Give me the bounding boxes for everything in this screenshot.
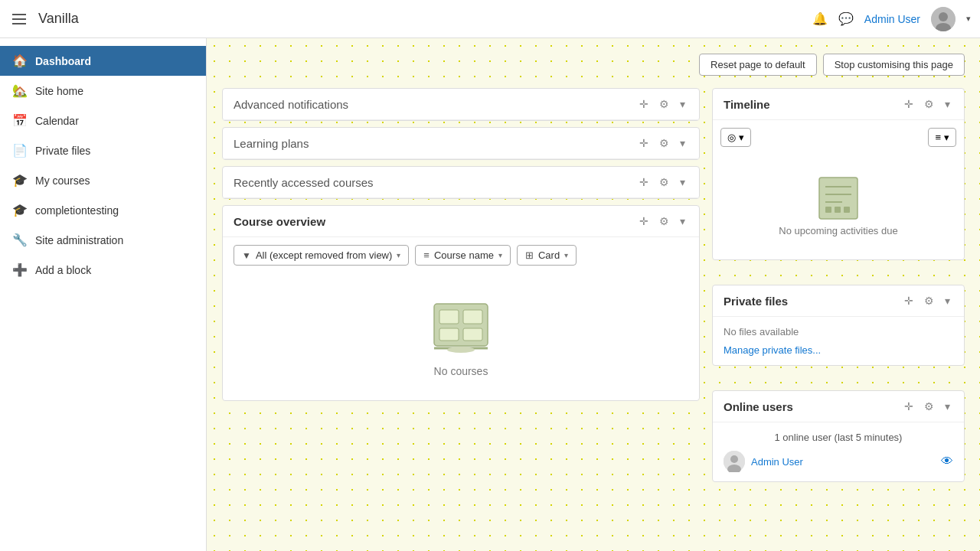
page-wrapper: 🏠 Dashboard 🏡 Site home 📅 Calendar 📄 Pri… <box>0 38 980 551</box>
sidebar-item-private-files[interactable]: 📄 Private files <box>0 135 206 165</box>
my-courses-icon: 🎓 <box>12 173 28 187</box>
online-users-chevron[interactable]: ▾ <box>942 399 953 414</box>
course-overview-gear[interactable]: ⚙ <box>656 214 672 229</box>
online-user-avatar <box>724 451 745 472</box>
advanced-notifications-chevron[interactable]: ▾ <box>677 96 688 112</box>
recently-accessed-title: Recently accessed courses <box>234 176 636 189</box>
sort-dropdown[interactable]: ≡ Course name ▾ <box>415 245 511 266</box>
sort-label: Course name <box>434 249 494 261</box>
add-block-icon: ➕ <box>12 262 28 277</box>
timeline-move[interactable]: ✛ <box>901 96 916 112</box>
timeline-header: Timeline ✛ ⚙ ▾ <box>713 89 964 120</box>
timeline-toolbar: ◎ ▾ ≡ ▾ <box>720 128 956 147</box>
online-users-actions: ✛ ⚙ ▾ <box>901 399 953 414</box>
stop-customising-button[interactable]: Stop customising this page <box>823 54 965 76</box>
sidebar-item-dashboard[interactable]: 🏠 Dashboard <box>0 46 206 76</box>
course-overview-actions: ✛ ⚙ ▾ <box>636 214 688 229</box>
sidebar-item-calendar[interactable]: 📅 Calendar <box>0 106 206 135</box>
sidebar-label-calendar: Calendar <box>35 115 79 127</box>
timeline-gear[interactable]: ⚙ <box>921 96 937 112</box>
sidebar-item-site-home[interactable]: 🏡 Site home <box>0 76 206 106</box>
sidebar-item-my-courses[interactable]: 🎓 My courses <box>0 165 206 195</box>
content-columns: Advanced notifications ✛ ⚙ ▾ Learning pl… <box>222 88 965 494</box>
svg-point-9 <box>447 347 475 353</box>
private-files-header: Private files ✛ ⚙ ▾ <box>713 285 964 317</box>
sidebar-label-my-courses: My courses <box>35 174 90 187</box>
user-menu-caret[interactable]: ▾ <box>966 14 971 24</box>
sidebar-item-completiontesting[interactable]: 🎓 completiontesting <box>0 195 206 225</box>
advanced-notifications-block: Advanced notifications ✛ ⚙ ▾ <box>222 88 700 121</box>
private-files-icon: 📄 <box>12 143 28 158</box>
learning-plans-chevron[interactable]: ▾ <box>677 135 688 151</box>
private-files-chevron[interactable]: ▾ <box>942 293 953 308</box>
sidebar-item-add-block[interactable]: ➕ Add a block <box>0 255 206 285</box>
timeline-sort-icon: ≡ <box>935 132 941 143</box>
course-overview-title: Course overview <box>234 215 636 228</box>
view-caret: ▾ <box>564 251 568 259</box>
online-users-gear[interactable]: ⚙ <box>921 399 937 414</box>
timeline-block: Timeline ✛ ⚙ ▾ ◎ ▾ <box>712 88 965 260</box>
recently-accessed-gear[interactable]: ⚙ <box>656 174 672 190</box>
filter-caret: ▾ <box>397 251 400 259</box>
hamburger-menu[interactable] <box>9 11 29 28</box>
private-files-move[interactable]: ✛ <box>901 293 916 308</box>
no-files-text: No files available <box>724 326 953 337</box>
calendar-icon: 📅 <box>12 113 28 128</box>
timeline-title: Timeline <box>724 98 901 111</box>
user-name[interactable]: Admin User <box>864 13 920 25</box>
courses-illustration <box>430 296 492 357</box>
completiontesting-icon: 🎓 <box>12 203 28 217</box>
sidebar-item-site-administration[interactable]: 🔧 Site administration <box>0 225 206 255</box>
bell-icon[interactable]: 🔔 <box>812 11 828 26</box>
sidebar-label-dashboard: Dashboard <box>35 55 91 67</box>
private-files-block: Private files ✛ ⚙ ▾ No files available M… <box>712 285 965 366</box>
timeline-filter-icon: ◎ <box>727 132 736 143</box>
manage-files-link[interactable]: Manage private files... <box>724 344 821 356</box>
svg-rect-7 <box>463 328 482 341</box>
eye-icon[interactable]: 👁 <box>941 455 953 468</box>
main-content: Reset page to default Stop customising t… <box>207 38 980 551</box>
online-users-move[interactable]: ✛ <box>901 399 916 414</box>
svg-point-18 <box>730 455 738 463</box>
advanced-notifications-title: Advanced notifications <box>234 98 636 111</box>
recently-accessed-block: Recently accessed courses ✛ ⚙ ▾ <box>222 166 700 199</box>
advanced-notifications-gear[interactable]: ⚙ <box>656 96 672 112</box>
site-admin-icon: 🔧 <box>12 233 28 247</box>
reset-page-button[interactable]: Reset page to default <box>699 54 817 76</box>
svg-rect-5 <box>463 310 482 324</box>
recently-accessed-actions: ✛ ⚙ ▾ <box>636 174 688 190</box>
advanced-notifications-move[interactable]: ✛ <box>636 96 652 112</box>
recently-accessed-chevron[interactable]: ▾ <box>677 174 688 190</box>
svg-rect-15 <box>835 207 841 213</box>
learning-plans-block: Learning plans ✛ ⚙ ▾ <box>222 127 700 160</box>
sort-caret: ▾ <box>498 251 502 259</box>
timeline-filter-caret: ▾ <box>739 132 744 143</box>
course-overview-chevron[interactable]: ▾ <box>677 214 688 229</box>
timeline-filter-button[interactable]: ◎ ▾ <box>720 128 751 147</box>
page-actions: Reset page to default Stop customising t… <box>222 54 965 76</box>
filter-dropdown[interactable]: ▼ All (except removed from view) ▾ <box>234 245 409 266</box>
course-overview-move[interactable]: ✛ <box>636 214 652 229</box>
view-icon: ⊞ <box>525 249 534 261</box>
course-overview-toolbar: ▼ All (except removed from view) ▾ ≡ Cou… <box>223 237 699 273</box>
learning-plans-move[interactable]: ✛ <box>636 135 652 151</box>
private-files-body: No files available Manage private files.… <box>713 317 964 365</box>
view-dropdown[interactable]: ⊞ Card ▾ <box>517 245 577 266</box>
sidebar-label-site-home: Site home <box>35 85 83 97</box>
private-files-gear[interactable]: ⚙ <box>921 293 937 308</box>
online-user-row: Admin User 👁 <box>724 451 953 472</box>
online-users-header: Online users ✛ ⚙ ▾ <box>713 391 964 422</box>
learning-plans-gear[interactable]: ⚙ <box>656 135 672 151</box>
view-label: Card <box>538 249 560 261</box>
online-users-body: 1 online user (last 5 minutes) Admin Use… <box>713 422 964 481</box>
timeline-chevron[interactable]: ▾ <box>942 96 953 112</box>
timeline-sort-button[interactable]: ≡ ▾ <box>928 128 956 147</box>
svg-rect-16 <box>844 207 850 213</box>
recently-accessed-move[interactable]: ✛ <box>636 174 652 190</box>
online-user-link[interactable]: Admin User <box>751 456 935 468</box>
dashboard-icon: 🏠 <box>12 54 28 68</box>
recently-accessed-header: Recently accessed courses ✛ ⚙ ▾ <box>223 167 699 198</box>
learning-plans-actions: ✛ ⚙ ▾ <box>636 135 688 151</box>
avatar[interactable] <box>931 7 956 31</box>
chat-icon[interactable]: 💬 <box>838 11 854 26</box>
